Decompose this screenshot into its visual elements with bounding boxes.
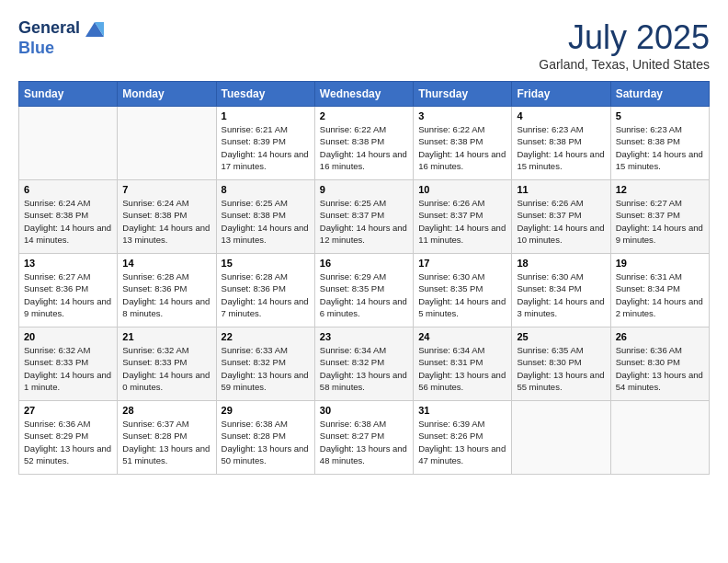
day-number: 10 — [418, 184, 506, 195]
calendar-cell: 12Sunrise: 6:27 AM Sunset: 8:37 PM Dayli… — [610, 180, 709, 254]
day-number: 24 — [418, 331, 506, 342]
weekday-header: Thursday — [414, 82, 512, 107]
calendar-week-row: 13Sunrise: 6:27 AM Sunset: 8:36 PM Dayli… — [19, 254, 710, 327]
day-info: Sunrise: 6:30 AM Sunset: 8:35 PM Dayligh… — [418, 270, 506, 319]
calendar-cell: 2Sunrise: 6:22 AM Sunset: 8:38 PM Daylig… — [314, 107, 413, 180]
calendar-cell: 10Sunrise: 6:26 AM Sunset: 8:37 PM Dayli… — [414, 180, 512, 254]
calendar-week-row: 27Sunrise: 6:36 AM Sunset: 8:29 PM Dayli… — [19, 401, 710, 475]
calendar-cell: 17Sunrise: 6:30 AM Sunset: 8:35 PM Dayli… — [414, 254, 512, 327]
day-info: Sunrise: 6:37 AM Sunset: 8:28 PM Dayligh… — [122, 418, 210, 466]
day-info: Sunrise: 6:35 AM Sunset: 8:30 PM Dayligh… — [517, 344, 605, 393]
calendar-cell: 5Sunrise: 6:23 AM Sunset: 8:38 PM Daylig… — [610, 107, 709, 180]
day-info: Sunrise: 6:39 AM Sunset: 8:26 PM Dayligh… — [418, 418, 506, 466]
logo: General Blue — [18, 18, 109, 58]
calendar-cell: 23Sunrise: 6:34 AM Sunset: 8:32 PM Dayli… — [314, 327, 413, 401]
day-number: 20 — [24, 331, 112, 342]
day-number: 5 — [616, 110, 704, 121]
day-number: 8 — [222, 184, 310, 195]
day-info: Sunrise: 6:22 AM Sunset: 8:38 PM Dayligh… — [320, 123, 408, 172]
weekday-header: Wednesday — [314, 82, 413, 107]
calendar-cell — [610, 401, 709, 475]
location: Garland, Texas, United States — [539, 57, 710, 72]
logo-blue: Blue — [18, 39, 109, 58]
day-number: 18 — [517, 258, 605, 269]
day-number: 2 — [320, 110, 408, 121]
day-number: 11 — [517, 184, 605, 195]
day-info: Sunrise: 6:33 AM Sunset: 8:32 PM Dayligh… — [222, 344, 310, 393]
calendar-cell — [512, 401, 610, 475]
calendar-table: SundayMondayTuesdayWednesdayThursdayFrid… — [18, 81, 710, 475]
day-number: 1 — [222, 110, 310, 121]
day-number: 14 — [122, 258, 210, 269]
day-number: 6 — [24, 184, 112, 195]
calendar-week-row: 1Sunrise: 6:21 AM Sunset: 8:39 PM Daylig… — [19, 107, 710, 180]
day-number: 3 — [418, 110, 506, 121]
calendar-cell: 27Sunrise: 6:36 AM Sunset: 8:29 PM Dayli… — [19, 401, 118, 475]
day-number: 23 — [320, 331, 408, 342]
weekday-header: Tuesday — [216, 82, 314, 107]
day-number: 26 — [616, 331, 704, 342]
title-area: July 2025 Garland, Texas, United States — [539, 18, 710, 72]
day-info: Sunrise: 6:23 AM Sunset: 8:38 PM Dayligh… — [517, 123, 605, 172]
calendar-cell: 11Sunrise: 6:26 AM Sunset: 8:37 PM Dayli… — [512, 180, 610, 254]
weekday-header: Friday — [512, 82, 610, 107]
logo-text: General — [18, 18, 109, 39]
day-number: 31 — [418, 405, 506, 416]
calendar-cell: 28Sunrise: 6:37 AM Sunset: 8:28 PM Dayli… — [118, 401, 216, 475]
day-info: Sunrise: 6:28 AM Sunset: 8:36 PM Dayligh… — [122, 270, 210, 319]
day-info: Sunrise: 6:22 AM Sunset: 8:38 PM Dayligh… — [418, 123, 506, 172]
day-number: 12 — [616, 184, 704, 195]
day-number: 28 — [122, 405, 210, 416]
day-number: 16 — [320, 258, 408, 269]
calendar-cell: 4Sunrise: 6:23 AM Sunset: 8:38 PM Daylig… — [512, 107, 610, 180]
day-number: 19 — [616, 258, 704, 269]
day-info: Sunrise: 6:34 AM Sunset: 8:31 PM Dayligh… — [418, 344, 506, 393]
calendar-cell: 14Sunrise: 6:28 AM Sunset: 8:36 PM Dayli… — [118, 254, 216, 327]
calendar-cell: 20Sunrise: 6:32 AM Sunset: 8:33 PM Dayli… — [19, 327, 118, 401]
month-title: July 2025 — [539, 18, 710, 57]
weekday-header-row: SundayMondayTuesdayWednesdayThursdayFrid… — [19, 82, 710, 107]
day-number: 30 — [320, 405, 408, 416]
day-number: 15 — [222, 258, 310, 269]
calendar-cell: 16Sunrise: 6:29 AM Sunset: 8:35 PM Dayli… — [314, 254, 413, 327]
day-info: Sunrise: 6:26 AM Sunset: 8:37 PM Dayligh… — [418, 197, 506, 246]
calendar-cell: 24Sunrise: 6:34 AM Sunset: 8:31 PM Dayli… — [414, 327, 512, 401]
day-info: Sunrise: 6:23 AM Sunset: 8:38 PM Dayligh… — [616, 123, 704, 172]
day-info: Sunrise: 6:25 AM Sunset: 8:38 PM Dayligh… — [222, 197, 310, 246]
day-number: 7 — [122, 184, 210, 195]
day-info: Sunrise: 6:34 AM Sunset: 8:32 PM Dayligh… — [320, 344, 408, 393]
calendar-cell: 29Sunrise: 6:38 AM Sunset: 8:28 PM Dayli… — [216, 401, 314, 475]
calendar-cell: 6Sunrise: 6:24 AM Sunset: 8:38 PM Daylig… — [19, 180, 118, 254]
logo-icon — [82, 18, 108, 39]
day-info: Sunrise: 6:24 AM Sunset: 8:38 PM Dayligh… — [24, 197, 112, 246]
day-info: Sunrise: 6:26 AM Sunset: 8:37 PM Dayligh… — [517, 197, 605, 246]
day-number: 13 — [24, 258, 112, 269]
day-info: Sunrise: 6:30 AM Sunset: 8:34 PM Dayligh… — [517, 270, 605, 319]
day-info: Sunrise: 6:36 AM Sunset: 8:29 PM Dayligh… — [24, 418, 112, 466]
calendar-cell: 18Sunrise: 6:30 AM Sunset: 8:34 PM Dayli… — [512, 254, 610, 327]
calendar-cell: 15Sunrise: 6:28 AM Sunset: 8:36 PM Dayli… — [216, 254, 314, 327]
day-info: Sunrise: 6:27 AM Sunset: 8:36 PM Dayligh… — [24, 270, 112, 319]
calendar-cell: 26Sunrise: 6:36 AM Sunset: 8:30 PM Dayli… — [610, 327, 709, 401]
day-info: Sunrise: 6:38 AM Sunset: 8:28 PM Dayligh… — [222, 418, 310, 466]
day-info: Sunrise: 6:29 AM Sunset: 8:35 PM Dayligh… — [320, 270, 408, 319]
day-info: Sunrise: 6:32 AM Sunset: 8:33 PM Dayligh… — [122, 344, 210, 393]
calendar-cell — [19, 107, 118, 180]
day-number: 29 — [222, 405, 310, 416]
day-info: Sunrise: 6:27 AM Sunset: 8:37 PM Dayligh… — [616, 197, 704, 246]
weekday-header: Sunday — [19, 82, 118, 107]
calendar-cell: 8Sunrise: 6:25 AM Sunset: 8:38 PM Daylig… — [216, 180, 314, 254]
day-info: Sunrise: 6:21 AM Sunset: 8:39 PM Dayligh… — [222, 123, 310, 172]
calendar-cell: 1Sunrise: 6:21 AM Sunset: 8:39 PM Daylig… — [216, 107, 314, 180]
day-number: 9 — [320, 184, 408, 195]
calendar-week-row: 20Sunrise: 6:32 AM Sunset: 8:33 PM Dayli… — [19, 327, 710, 401]
day-info: Sunrise: 6:31 AM Sunset: 8:34 PM Dayligh… — [616, 270, 704, 319]
weekday-header: Saturday — [610, 82, 709, 107]
page-header: General Blue July 2025 Garland, Texas, U… — [18, 18, 710, 72]
day-info: Sunrise: 6:24 AM Sunset: 8:38 PM Dayligh… — [122, 197, 210, 246]
day-info: Sunrise: 6:36 AM Sunset: 8:30 PM Dayligh… — [616, 344, 704, 393]
calendar-cell: 13Sunrise: 6:27 AM Sunset: 8:36 PM Dayli… — [19, 254, 118, 327]
day-number: 21 — [122, 331, 210, 342]
calendar-cell: 7Sunrise: 6:24 AM Sunset: 8:38 PM Daylig… — [118, 180, 216, 254]
day-number: 22 — [222, 331, 310, 342]
